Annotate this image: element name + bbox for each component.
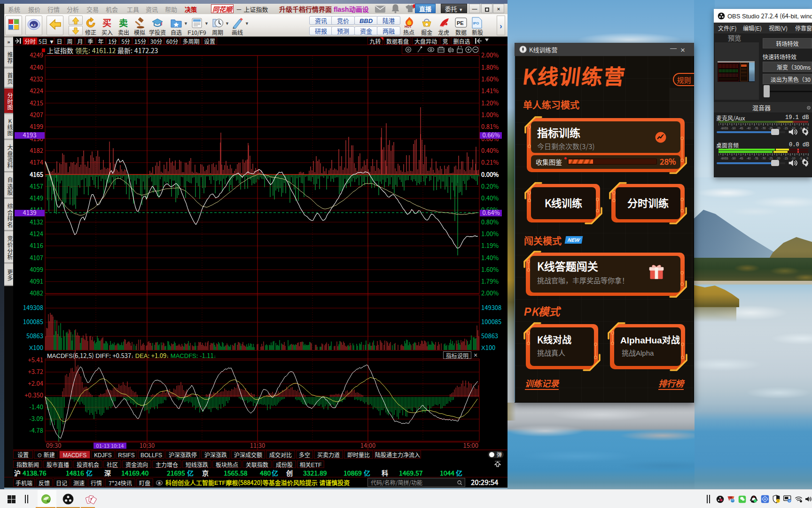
svg-text:4215: 4215 — [30, 98, 43, 107]
svg-text:-35: -35 — [754, 126, 758, 130]
svg-text:X100: X100 — [481, 343, 495, 352]
svg-text:4224: 4224 — [30, 86, 43, 95]
svg-text:4099: 4099 — [30, 265, 43, 274]
svg-text:-55: -55 — [724, 156, 728, 160]
svg-text:0.66%: 0.66% — [482, 130, 500, 139]
svg-text:-15: -15 — [783, 156, 788, 160]
svg-text:4199: 4199 — [30, 122, 43, 131]
svg-text:50863: 50863 — [26, 331, 43, 340]
svg-text:AI: AI — [47, 499, 50, 503]
svg-text:15:00: 15:00 — [463, 441, 478, 450]
svg-text:4116: 4116 — [30, 241, 43, 250]
svg-text:2.00%: 2.00% — [481, 288, 499, 297]
svg-text:100085: 100085 — [23, 317, 43, 326]
svg-text:-55: -55 — [724, 126, 728, 130]
svg-text:4232: 4232 — [30, 74, 43, 83]
svg-text:4240: 4240 — [30, 63, 43, 71]
svg-text:4165: 4165 — [29, 170, 43, 179]
svg-text:100085: 100085 — [481, 317, 501, 326]
svg-text:+2.04: +2.04 — [28, 379, 43, 388]
svg-text:4124: 4124 — [30, 229, 43, 238]
svg-text:1.40%: 1.40% — [481, 253, 499, 262]
svg-text:X100: X100 — [29, 343, 43, 352]
svg-text:01-13 10:14: 01-13 10:14 — [96, 442, 124, 449]
svg-text:-15: -15 — [783, 126, 788, 130]
svg-text:-50: -50 — [731, 156, 736, 160]
svg-text:4207: 4207 — [30, 110, 43, 119]
svg-text:1.60%: 1.60% — [481, 74, 499, 83]
svg-text:-50: -50 — [731, 126, 736, 130]
svg-text:4182: 4182 — [30, 146, 43, 155]
svg-text:0.64%: 0.64% — [482, 208, 500, 217]
svg-text:1.60%: 1.60% — [481, 265, 499, 274]
svg-text:4082: 4082 — [30, 288, 43, 297]
svg-text:0.40%: 0.40% — [481, 193, 499, 202]
svg-text:10:30: 10:30 — [140, 441, 155, 450]
svg-text:1.41%: 1.41% — [481, 86, 499, 95]
svg-text:4139: 4139 — [23, 208, 37, 217]
svg-text:4193: 4193 — [23, 130, 37, 139]
svg-text:0.80%: 0.80% — [481, 217, 499, 226]
svg-text:50863: 50863 — [481, 331, 498, 340]
svg-text:-20: -20 — [776, 156, 781, 160]
svg-text:1.00%: 1.00% — [481, 110, 499, 119]
svg-text:1.79%: 1.79% — [481, 277, 499, 286]
svg-text:0.21%: 0.21% — [481, 158, 499, 167]
svg-text:09:30: 09:30 — [46, 441, 61, 450]
svg-text:-40: -40 — [746, 126, 751, 130]
svg-text:0.20%: 0.20% — [481, 182, 499, 190]
svg-text:0.81%: 0.81% — [481, 122, 499, 131]
svg-text:14:00: 14:00 — [360, 441, 375, 450]
svg-text:11:30: 11:30 — [250, 441, 265, 450]
svg-text:1.20%: 1.20% — [481, 98, 499, 107]
svg-text:1.80%: 1.80% — [481, 63, 499, 71]
svg-text:4149: 4149 — [30, 193, 43, 202]
svg-text:4157: 4157 — [30, 182, 43, 190]
svg-text:1.00%: 1.00% — [481, 229, 499, 238]
svg-text:0.00%: 0.00% — [481, 170, 499, 179]
svg-text:0.40%: 0.40% — [481, 146, 499, 155]
svg-text:149308: 149308 — [481, 303, 501, 312]
svg-text:+5.41: +5.41 — [28, 355, 43, 364]
svg-text:-4.78: -4.78 — [29, 426, 43, 435]
svg-text:2.00%: 2.00% — [481, 50, 499, 59]
svg-text:-1.40: -1.40 — [29, 402, 43, 411]
svg-text:-45: -45 — [739, 156, 743, 160]
svg-text:4249: 4249 — [30, 50, 43, 59]
svg-text:-25: -25 — [768, 156, 773, 160]
svg-text:1.19%: 1.19% — [481, 241, 499, 250]
svg-text:-30: -30 — [761, 156, 766, 160]
svg-text:-30: -30 — [761, 126, 766, 130]
svg-text:4091: 4091 — [30, 277, 43, 286]
svg-text:4107: 4107 — [30, 253, 43, 262]
svg-text:!: ! — [778, 498, 779, 503]
svg-text:-40: -40 — [746, 156, 751, 160]
svg-text:+3.72: +3.72 — [28, 367, 43, 376]
svg-text:-45: -45 — [739, 126, 743, 130]
svg-text:4174: 4174 — [30, 158, 43, 167]
svg-text:-35: -35 — [754, 156, 758, 160]
svg-text:4132: 4132 — [30, 217, 43, 226]
svg-text:149308: 149308 — [23, 303, 43, 312]
svg-text:+0.350: +0.350 — [24, 390, 43, 399]
svg-text:-3.09: -3.09 — [29, 414, 43, 423]
